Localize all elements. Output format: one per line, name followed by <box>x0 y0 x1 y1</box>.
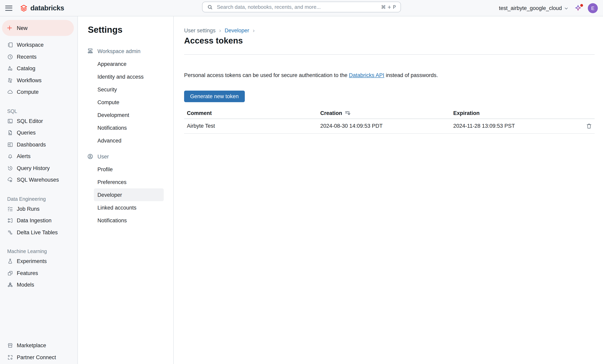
assistant-sparkle-icon[interactable] <box>574 4 582 12</box>
search-input[interactable] <box>216 4 378 10</box>
sidebar-item-compute[interactable]: Compute <box>0 86 78 98</box>
settings-item-compute[interactable]: Compute <box>78 96 173 109</box>
sidebar-item-label: Experiments <box>17 258 47 264</box>
sidebar-item-dashboards[interactable]: Dashboards <box>0 139 78 150</box>
sidebar-item-data-ingestion[interactable]: Data Ingestion <box>0 215 78 227</box>
sidebar-item-delta-live-tables[interactable]: Delta Live Tables <box>0 227 78 238</box>
settings-item-developer[interactable]: Developer <box>94 188 164 201</box>
databricks-logo-icon <box>20 4 28 12</box>
sidebar-item-recents[interactable]: Recents <box>0 51 78 63</box>
databricks-settings-page: databricks ⌘ + P test_airbyte_google_clo… <box>0 0 603 364</box>
sidebar-item-partner-connect[interactable]: Partner Connect <box>0 352 78 363</box>
new-button-label: New <box>17 25 28 31</box>
sidebar-item-label: Delta Live Tables <box>17 229 58 236</box>
settings-item-preferences[interactable]: Preferences <box>78 176 173 188</box>
sidebar-item-sql-editor[interactable]: SQL Editor <box>0 115 78 127</box>
sidebar-footer: Marketplace Partner Connect <box>0 340 78 363</box>
main-content: User settings › Developer › Access token… <box>174 16 603 364</box>
sidebar-section-machine-learning: Machine Learning <box>0 248 78 255</box>
sidebar-item-models[interactable]: Models <box>0 279 78 291</box>
hamburger-menu-icon[interactable] <box>5 4 14 12</box>
topbar-right: test_airbyte_google_cloud E <box>499 0 598 16</box>
settings-group-workspace-admin: Workspace admin Appearance Identity and … <box>78 47 173 147</box>
breadcrumb-developer[interactable]: Developer <box>225 27 249 33</box>
sidebar-item-alerts[interactable]: Alerts <box>0 150 78 162</box>
settings-item-development[interactable]: Development <box>78 109 173 121</box>
partner-connect-icon <box>7 354 13 360</box>
history-clock-icon <box>7 165 13 171</box>
generate-token-button[interactable]: Generate new token <box>184 91 244 102</box>
settings-item-identity-and-access[interactable]: Identity and access <box>78 70 173 83</box>
breadcrumb: User settings › Developer › <box>184 27 603 34</box>
checklist-icon <box>7 206 13 212</box>
cloud-icon <box>7 89 13 95</box>
sidebar-item-workflows[interactable]: Workflows <box>0 74 78 86</box>
new-button[interactable]: New <box>2 20 74 36</box>
settings-item-profile[interactable]: Profile <box>78 163 173 176</box>
bell-icon <box>7 153 13 159</box>
settings-item-security[interactable]: Security <box>78 83 173 96</box>
sidebar-item-label: Catalog <box>17 66 35 72</box>
sidebar-item-label: Workflows <box>17 78 42 83</box>
breadcrumb-user-settings[interactable]: User settings <box>184 27 216 33</box>
column-header-expiration: Expiration <box>451 110 577 116</box>
settings-group-header-user[interactable]: User <box>78 152 173 161</box>
model-graph-icon <box>7 282 13 288</box>
token-creation: 2024-08-30 14:09:53 PDT <box>317 123 451 129</box>
sidebar-item-features[interactable]: Features <box>0 267 78 279</box>
sort-descending-icon[interactable] <box>345 110 351 116</box>
settings-item-appearance[interactable]: Appearance <box>78 57 173 70</box>
sidebar-item-label: Features <box>17 270 38 276</box>
topbar: databricks ⌘ + P test_airbyte_google_clo… <box>0 0 603 16</box>
logo-wordmark: databricks <box>30 4 64 12</box>
sidebar-item-workspace[interactable]: Workspace <box>0 39 78 51</box>
sidebar-main-items: Workspace Recents Catalog Workflows <box>0 39 78 98</box>
page-title: Access tokens <box>184 35 603 46</box>
description-text: Personal access tokens can be used for s… <box>184 72 595 79</box>
search-shortcut: ⌘ + P <box>381 4 396 10</box>
sidebar-item-job-runs[interactable]: Job Runs <box>0 203 78 215</box>
column-header-creation[interactable]: Creation <box>317 110 451 116</box>
sidebar-item-experiments[interactable]: Experiments <box>0 255 78 267</box>
column-header-comment: Comment <box>184 110 317 116</box>
sidebar-item-label: Models <box>17 282 34 288</box>
title-divider <box>184 54 595 55</box>
databricks-logo[interactable]: databricks <box>20 4 64 12</box>
chevron-down-icon <box>564 6 569 11</box>
token-expiration: 2024-11-28 13:09:53 PST <box>451 123 577 129</box>
databricks-api-link[interactable]: Databricks API <box>349 72 384 78</box>
settings-title: Settings <box>88 25 173 35</box>
settings-item-linked-accounts[interactable]: Linked accounts <box>78 201 173 214</box>
notification-dot <box>580 4 583 7</box>
query-file-icon <box>7 130 13 136</box>
breadcrumb-separator: › <box>253 27 255 34</box>
sidebar-item-query-history[interactable]: Query History <box>0 162 78 174</box>
sidebar-item-catalog[interactable]: Catalog <box>0 63 78 74</box>
sidebar-item-sql-warehouses[interactable]: SQL Warehouses <box>0 174 78 186</box>
settings-item-notifications-user[interactable]: Notifications <box>78 214 173 227</box>
clock-icon <box>7 54 13 60</box>
search-icon <box>207 4 213 10</box>
settings-item-advanced[interactable]: Advanced <box>78 134 173 147</box>
user-circle-icon <box>87 153 93 160</box>
global-search[interactable]: ⌘ + P <box>202 2 401 12</box>
sidebar-item-label: Dashboards <box>17 142 46 148</box>
sidebar-item-label: Marketplace <box>17 343 46 349</box>
sidebar-item-label: Compute <box>17 89 39 95</box>
sidebar-item-queries[interactable]: Queries <box>0 127 78 139</box>
sidebar-item-label: Job Runs <box>17 206 40 212</box>
sidebar-item-label: Partner Connect <box>17 354 56 360</box>
tokens-table: Comment Creation Expiration Airbyte Test… <box>184 108 595 134</box>
sidebar-data-eng-items: Job Runs Data Ingestion Delta Live Table… <box>0 203 78 238</box>
org-chart-icon <box>87 48 93 54</box>
settings-item-notifications-admin[interactable]: Notifications <box>78 121 173 134</box>
sidebar-item-marketplace[interactable]: Marketplace <box>0 340 78 352</box>
workflows-icon <box>7 78 13 83</box>
plus-icon <box>6 25 13 31</box>
delete-token-button[interactable] <box>577 123 595 129</box>
workspace-switcher[interactable]: test_airbyte_google_cloud <box>499 5 569 11</box>
user-avatar[interactable]: E <box>588 3 598 13</box>
sidebar-section-sql: SQL <box>0 107 78 115</box>
settings-group-header-workspace-admin[interactable]: Workspace admin <box>78 47 173 56</box>
settings-group-label: User <box>97 153 109 159</box>
